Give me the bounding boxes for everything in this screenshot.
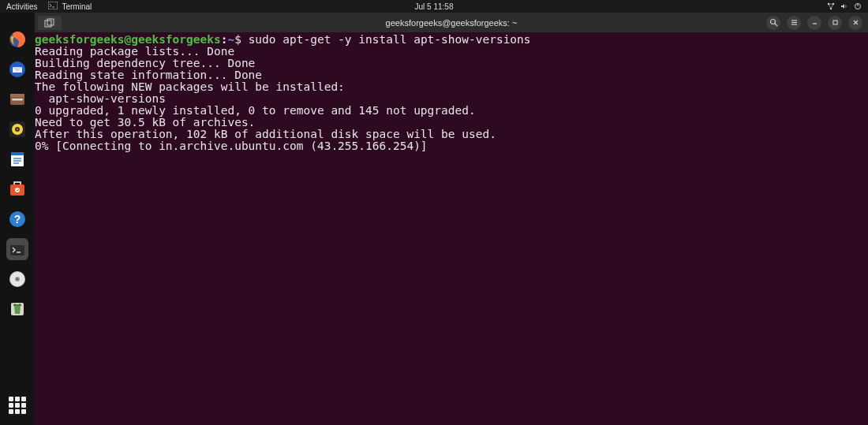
svg-rect-0: [48, 2, 58, 9]
output-line: apt-show-versions: [35, 93, 868, 105]
dock-terminal-icon[interactable]: [6, 238, 28, 260]
clock[interactable]: Jul 5 11:58: [415, 2, 454, 11]
output-line: 0 upgraded, 1 newly installed, 0 to remo…: [35, 105, 868, 117]
output-line: The following NEW packages will be insta…: [35, 81, 868, 93]
dock-writer-icon[interactable]: [6, 148, 28, 170]
dock-disc-icon[interactable]: [6, 268, 28, 290]
svg-line-42: [775, 24, 777, 26]
activities-button[interactable]: Activities: [6, 2, 37, 11]
volume-icon[interactable]: [840, 2, 848, 10]
svg-rect-39: [45, 21, 51, 27]
dock-files-icon[interactable]: [6, 88, 28, 110]
svg-rect-47: [833, 21, 837, 24]
dock-trash-icon[interactable]: [6, 298, 28, 320]
output-line: Reading package lists... Done: [35, 46, 868, 58]
dock-thunderbird-icon[interactable]: [6, 58, 28, 80]
output-line: 0% [Connecting to in.archive.ubuntu.com …: [35, 140, 868, 152]
dock-help-icon[interactable]: ?: [6, 208, 28, 230]
network-icon[interactable]: [827, 2, 835, 10]
terminal-output[interactable]: geeksforgeeks@geeksforgeeks:~$ sudo apt-…: [35, 32, 868, 425]
terminal-small-icon: [48, 2, 58, 11]
svg-point-18: [17, 129, 18, 130]
svg-rect-40: [47, 19, 54, 25]
search-button[interactable]: [766, 16, 780, 30]
svg-rect-20: [11, 152, 24, 155]
svg-point-25: [15, 188, 20, 192]
svg-point-37: [14, 304, 16, 305]
output-line: Building dependency tree... Done: [35, 58, 868, 69]
prompt-line: geeksforgeeks@geeksforgeeks:~$ sudo apt-…: [35, 34, 868, 46]
dock-rhythmbox-icon[interactable]: [6, 118, 28, 140]
new-tab-button[interactable]: [38, 16, 62, 30]
window-titlebar: geeksforgeeks@geeksforgeeks: ~: [35, 13, 868, 32]
dock: ?: [0, 13, 35, 425]
svg-point-34: [17, 278, 18, 280]
svg-line-5: [829, 4, 831, 9]
current-app-label: Terminal: [62, 2, 92, 11]
output-line: After this operation, 102 kB of addition…: [35, 129, 868, 140]
svg-point-41: [770, 20, 775, 24]
window-title: geeksforgeeks@geeksforgeeks: ~: [386, 18, 518, 28]
svg-rect-13: [10, 94, 24, 97]
system-top-bar: Activities Terminal Jul 5 11:58: [0, 0, 868, 13]
dock-firefox-icon[interactable]: [6, 28, 28, 50]
power-icon[interactable]: [854, 2, 862, 10]
svg-rect-14: [12, 99, 23, 101]
maximize-button[interactable]: [828, 16, 842, 30]
output-line: Reading state information... Done: [35, 69, 868, 81]
show-applications-icon[interactable]: [9, 397, 26, 414]
current-app-menu[interactable]: Terminal: [48, 2, 92, 11]
svg-point-38: [19, 304, 21, 305]
minimize-button[interactable]: [807, 16, 821, 30]
hamburger-menu-button[interactable]: [787, 16, 801, 30]
svg-text:?: ?: [14, 213, 21, 226]
close-button[interactable]: [848, 16, 862, 30]
svg-rect-29: [10, 243, 24, 245]
svg-line-6: [831, 4, 833, 9]
output-line: Need to get 30.5 kB of archives.: [35, 117, 868, 129]
dock-software-icon[interactable]: [6, 178, 28, 200]
